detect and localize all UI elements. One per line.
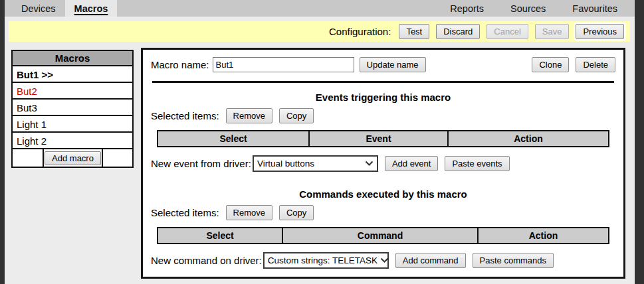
commands-selected-items-row: Selected items: Remove Copy xyxy=(143,205,623,220)
cancel-button: Cancel xyxy=(486,24,528,39)
configuration-bar: Configuration: Test Discard Cancel Save … xyxy=(9,21,630,42)
events-copy-button[interactable]: Copy xyxy=(279,108,314,123)
events-col-action: Action xyxy=(449,131,608,146)
macro-list-item-but1[interactable]: But1 >> xyxy=(13,66,132,83)
commands-col-select: Select xyxy=(158,228,283,243)
top-nav-bar: Devices Macros Reports Sources Favourite… xyxy=(5,0,635,17)
configuration-label: Configuration: xyxy=(329,26,391,37)
commands-col-action: Action xyxy=(479,228,608,243)
add-command-button[interactable]: Add command xyxy=(395,253,466,268)
macro-list-item-but3[interactable]: But3 xyxy=(13,100,132,116)
paste-commands-button[interactable]: Paste commands xyxy=(473,253,554,268)
events-selected-items-label: Selected items: xyxy=(151,110,219,121)
tab-reports[interactable]: Reports xyxy=(441,0,493,17)
clone-button[interactable]: Clone xyxy=(532,57,569,72)
nav-tabs-right: Reports Sources Favourites xyxy=(441,0,627,17)
macro-list-item-light1[interactable]: Light 1 xyxy=(13,116,132,133)
commands-copy-button[interactable]: Copy xyxy=(279,205,314,220)
screen-edge-right xyxy=(635,0,644,284)
commands-selected-items-label: Selected items: xyxy=(151,207,219,218)
delete-button[interactable]: Delete xyxy=(576,57,615,72)
app-window: Devices Macros Reports Sources Favourite… xyxy=(0,0,644,284)
screen-edge-left xyxy=(0,0,5,284)
commands-col-command: Command xyxy=(283,228,479,243)
sidebar-title: Macros xyxy=(13,51,132,66)
nav-spacer xyxy=(117,0,441,17)
update-name-button[interactable]: Update name xyxy=(360,57,426,72)
tab-macros[interactable]: Macros xyxy=(65,0,118,17)
save-button: Save xyxy=(535,24,570,39)
commands-table-header: Select Command Action xyxy=(157,227,609,244)
add-event-button[interactable]: Add event xyxy=(385,156,439,171)
chevron-down-icon xyxy=(380,257,389,263)
macro-name-label: Macro name: xyxy=(151,59,209,70)
section-divider xyxy=(152,81,614,83)
events-section-heading: Events triggering this macro xyxy=(143,92,623,103)
command-driver-selected-value: Custom strings: TELETASK xyxy=(268,255,377,265)
tab-sources[interactable]: Sources xyxy=(501,0,555,17)
events-selected-items-row: Selected items: Remove Copy xyxy=(143,108,623,123)
macro-name-input[interactable] xyxy=(213,57,354,72)
chevron-down-icon xyxy=(365,161,374,167)
paste-events-button[interactable]: Paste events xyxy=(445,156,509,171)
macros-sidebar: Macros But1 >> But2 But3 Light 1 Light 2… xyxy=(11,50,134,168)
add-macro-cell-mid: Add macro xyxy=(44,149,102,167)
events-table-header: Select Event Action xyxy=(157,130,609,147)
macro-name-row: Macro name: Update name Clone Delete xyxy=(143,57,623,72)
commands-section-heading: Commands executed by this macro xyxy=(143,188,623,200)
tab-devices[interactable]: Devices xyxy=(12,0,65,17)
new-event-label: New event from driver: xyxy=(151,158,251,169)
add-macro-button[interactable]: Add macro xyxy=(45,151,101,165)
previous-button[interactable]: Previous xyxy=(576,24,624,39)
events-remove-button[interactable]: Remove xyxy=(226,108,272,123)
events-col-select: Select xyxy=(158,131,310,146)
commands-remove-button[interactable]: Remove xyxy=(226,205,272,220)
nav-tabs-left: Devices Macros xyxy=(12,0,117,17)
command-driver-select[interactable]: Custom strings: TELETASK xyxy=(263,252,389,269)
discard-button[interactable]: Discard xyxy=(436,24,480,39)
events-col-event: Event xyxy=(310,131,449,146)
macro-list-item-light2[interactable]: Light 2 xyxy=(13,133,132,149)
add-macro-cell-right xyxy=(102,149,132,167)
event-driver-select[interactable]: Virtual buttons xyxy=(253,155,378,172)
event-driver-selected-value: Virtual buttons xyxy=(257,159,314,169)
tab-favourites[interactable]: Favourites xyxy=(563,0,627,17)
new-command-row: New command on driver: Custom strings: T… xyxy=(143,252,623,269)
macro-config-panel: Macro name: Update name Clone Delete Eve… xyxy=(141,48,625,279)
add-macro-row: Add macro xyxy=(13,149,132,167)
new-command-label: New command on driver: xyxy=(151,255,262,266)
test-button[interactable]: Test xyxy=(399,24,429,39)
new-event-row: New event from driver: Virtual buttons A… xyxy=(143,155,623,172)
add-macro-cell-left xyxy=(13,149,44,167)
macro-list-item-but2[interactable]: But2 xyxy=(13,83,132,100)
